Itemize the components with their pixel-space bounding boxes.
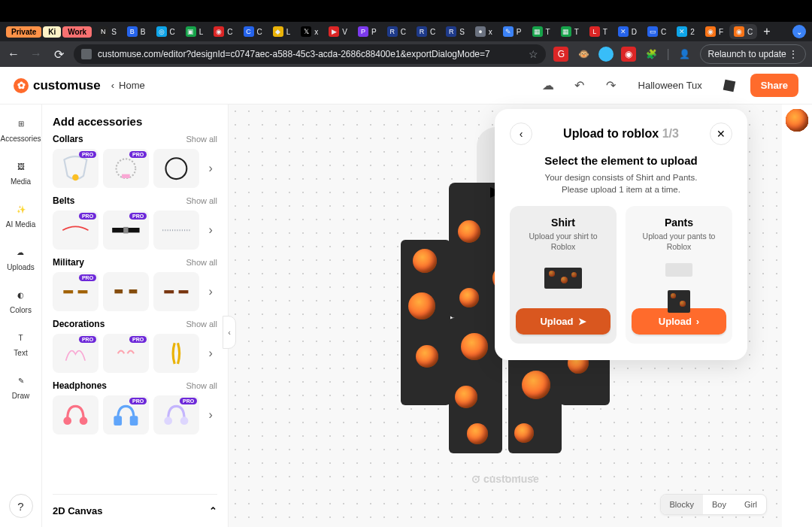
redo-button[interactable]: ↷: [601, 75, 622, 96]
browser-tab[interactable]: ▦T: [556, 24, 583, 39]
browser-tab[interactable]: RC: [383, 24, 411, 39]
extension-icon[interactable]: 🐵: [576, 47, 591, 62]
browser-tab[interactable]: ▶V: [324, 24, 352, 39]
browser-tab[interactable]: 𝕏x: [296, 24, 323, 39]
accessory-thumb[interactable]: PRO: [153, 395, 199, 435]
pattern-swatch[interactable]: [786, 109, 808, 132]
extension-icon[interactable]: [598, 47, 614, 62]
accessory-thumb[interactable]: PRO: [103, 149, 149, 188]
browser-tab[interactable]: ◎C: [152, 24, 180, 39]
extension-icon[interactable]: ◉: [621, 47, 636, 62]
site-info-icon[interactable]: [81, 49, 92, 59]
browser-tab[interactable]: RC: [412, 24, 440, 39]
accessory-thumb[interactable]: PRO: [103, 210, 149, 250]
browser-tab[interactable]: LT: [585, 24, 612, 39]
browser-tab[interactable]: ✎P: [498, 24, 526, 39]
browser-tab[interactable]: ✕2: [672, 24, 699, 39]
help-button[interactable]: ?: [9, 494, 33, 518]
bookmark-star-icon[interactable]: ☆: [529, 48, 538, 60]
extensions-menu-icon[interactable]: 🧩: [644, 47, 659, 62]
accessory-thumb[interactable]: [153, 334, 199, 373]
browser-tab[interactable]: BB: [123, 24, 150, 39]
canvas-2d-toggle[interactable]: 2D Canvas ⌃: [53, 494, 217, 527]
nav-back-button[interactable]: ←: [6, 47, 21, 62]
accessory-thumb[interactable]: [153, 210, 199, 250]
badge-ki[interactable]: Ki: [43, 26, 61, 38]
browser-tab-active[interactable]: ◉C: [729, 24, 757, 39]
accessory-thumb[interactable]: PRO: [53, 272, 98, 311]
rail-colors[interactable]: ◐Colors: [10, 283, 32, 317]
accessory-thumb[interactable]: PRO: [53, 149, 98, 188]
rail-uploads[interactable]: ☁Uploads: [7, 241, 35, 274]
upload-card-pants[interactable]: Pants Upload your pants to Roblox Upload…: [626, 206, 732, 344]
browser-tab[interactable]: ◆L: [268, 24, 295, 39]
browser-tab[interactable]: PP: [353, 24, 381, 39]
accessory-thumb[interactable]: [153, 272, 199, 311]
panel-collapse-handle[interactable]: ‹: [223, 316, 236, 349]
profile-avatar[interactable]: 👤: [677, 47, 692, 62]
category-more-button[interactable]: ›: [204, 408, 217, 422]
accessory-thumb[interactable]: PRO: [103, 395, 149, 435]
show-all-link[interactable]: Show all: [186, 135, 217, 144]
share-button[interactable]: Share: [750, 74, 798, 97]
home-link[interactable]: ‹ Home: [111, 80, 145, 91]
extension-icon[interactable]: G: [553, 47, 568, 62]
rail-ai-media[interactable]: ✨AI Media: [6, 198, 35, 232]
browser-tab[interactable]: CC: [239, 24, 267, 39]
browser-tab[interactable]: ●x: [471, 24, 497, 39]
url-input[interactable]: customuse.com/editor?designId=c0747aec-a…: [74, 44, 546, 64]
rail-media[interactable]: 🖼Media: [11, 155, 31, 189]
accessory-thumb[interactable]: [153, 149, 199, 188]
accessory-thumb[interactable]: PRO: [53, 334, 98, 373]
category-more-button[interactable]: ›: [204, 162, 217, 175]
upload-card-shirt[interactable]: Shirt Upload your shirt to Roblox Upload…: [510, 206, 617, 344]
category-more-button[interactable]: ›: [204, 223, 217, 237]
show-all-link[interactable]: Show all: [186, 381, 217, 390]
rail-draw[interactable]: ✎Draw: [12, 369, 29, 403]
svg-point-13: [64, 416, 72, 425]
browser-tab[interactable]: ▦T: [528, 24, 555, 39]
new-tab-button[interactable]: +: [759, 25, 774, 38]
media-icon: 🖼: [13, 158, 29, 174]
modal-back-button[interactable]: ‹: [510, 123, 532, 145]
undo-button[interactable]: ↶: [569, 75, 590, 96]
roblox-icon[interactable]: [719, 75, 740, 96]
upload-shirt-button[interactable]: Upload➤: [516, 308, 611, 335]
category-more-button[interactable]: ›: [204, 285, 217, 298]
document-name[interactable]: Halloween Tux: [638, 80, 702, 91]
rail-text[interactable]: TText: [13, 326, 29, 360]
accessory-thumb[interactable]: PRO: [103, 334, 149, 373]
browser-tab[interactable]: ▣L: [181, 24, 208, 39]
nav-forward-button[interactable]: →: [29, 47, 44, 62]
text-icon: T: [13, 329, 29, 346]
avatar-toggle-blocky[interactable]: Blocky: [661, 495, 703, 514]
rail-accessories[interactable]: ⊞Accessories: [1, 112, 41, 146]
show-all-link[interactable]: Show all: [186, 196, 217, 205]
avatar-toggle-boy[interactable]: Boy: [703, 495, 735, 514]
badge-private[interactable]: Private: [6, 26, 41, 38]
accessory-thumb[interactable]: [53, 395, 98, 435]
browser-tab[interactable]: ▭C: [643, 24, 671, 39]
browser-tab[interactable]: ✕D: [614, 24, 641, 39]
canvas-3d-viewport[interactable]: ⊙ customuse Blocky Boy Girl ‹ Upload to …: [229, 104, 782, 527]
modal-close-button[interactable]: ✕: [710, 123, 732, 145]
show-all-link[interactable]: Show all: [186, 258, 217, 267]
cloud-sync-icon[interactable]: ☁: [538, 75, 559, 96]
browser-tab[interactable]: RS: [441, 24, 469, 39]
address-bar: ← → ⟳ customuse.com/editor?designId=c074…: [0, 41, 812, 67]
tab-overflow-button[interactable]: ⌄: [792, 25, 806, 38]
brand-logo[interactable]: ✿ customuse: [14, 78, 101, 93]
accessory-thumb[interactable]: PRO: [53, 210, 98, 250]
browser-tab[interactable]: ◉C: [209, 24, 237, 39]
browser-tab[interactable]: ◉F: [701, 24, 728, 39]
browser-tab[interactable]: NS: [93, 24, 121, 39]
nav-reload-button[interactable]: ⟳: [51, 47, 66, 62]
show-all-link[interactable]: Show all: [186, 320, 217, 329]
category-more-button[interactable]: ›: [204, 347, 217, 360]
card-title: Shirt: [551, 217, 575, 229]
badge-work[interactable]: Work: [62, 26, 92, 38]
svg-rect-7: [64, 290, 74, 293]
relaunch-button[interactable]: Relaunch to update ⋮: [700, 44, 806, 64]
avatar-toggle-girl[interactable]: Girl: [735, 495, 766, 514]
accessory-thumb[interactable]: [103, 272, 149, 311]
